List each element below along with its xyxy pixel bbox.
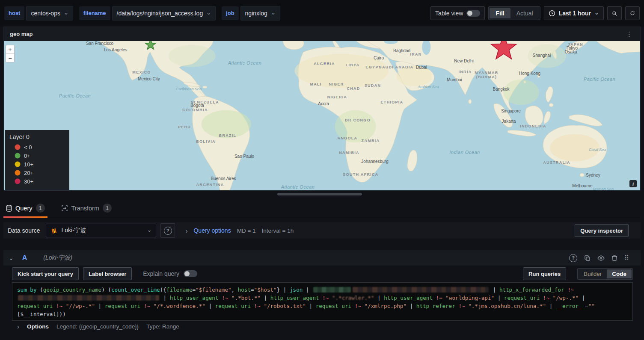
variable-filename-picker[interactable]: /data/logs/nginx/json_access.log ⌄ [112, 6, 216, 21]
options-label[interactable]: Options [27, 323, 49, 330]
table-view-toggle[interactable] [466, 10, 480, 17]
legend-item: 20+ [9, 169, 65, 177]
code-token: | [546, 303, 556, 309]
code-token: | [303, 287, 312, 293]
code-token: json [290, 287, 303, 293]
query-inspector-button[interactable]: Query inspector [575, 224, 629, 237]
datasource-name: Loki-宁波 [61, 227, 143, 234]
editor-mode-switch: Builder Code [577, 268, 633, 280]
chevron-right-icon[interactable]: › [17, 323, 19, 330]
land-iberia [283, 41, 304, 50]
world-map[interactable]: San FranciscoLos AngelesMexico CityMEXIC… [4, 41, 640, 190]
variable-filename-label: filename [79, 6, 110, 20]
builder-mode-option[interactable]: Builder [579, 269, 607, 278]
land-java [507, 130, 536, 136]
code-token [150, 303, 154, 309]
code-token: request_uri [504, 295, 540, 301]
tint-arabia [396, 66, 432, 86]
code-token: | [490, 287, 499, 293]
toggle-query-visibility-button[interactable] [597, 255, 605, 261]
variable-job-picker[interactable]: nginxlog ⌄ [240, 6, 280, 21]
chevron-down-icon: ⌄ [64, 10, 68, 15]
land-tasmania [580, 173, 584, 177]
code-token [329, 295, 332, 301]
map-attribution-button[interactable]: i [629, 180, 637, 187]
zoom-out-time-button[interactable] [607, 6, 622, 20]
redacted-blur [313, 287, 351, 293]
map-zoom-control: + − [6, 45, 15, 62]
variable-host: host centos-ops ⌄ [4, 6, 73, 21]
drag-handle-icon[interactable]: ⠿ [624, 254, 629, 262]
query-options-label: Query options [193, 227, 231, 234]
code-token: , [231, 287, 238, 293]
code-token: http_x_forwarded_for [499, 287, 564, 293]
legend-item: 10+ [9, 160, 65, 169]
variable-job: job nginxlog ⌄ [222, 6, 280, 21]
collapse-chevron-icon[interactable]: ⌄ [9, 254, 14, 261]
code-token: by [30, 287, 36, 293]
code-token: !~ [322, 295, 329, 301]
query-options[interactable]: › Query options MD = 1 Interval = 1h [185, 227, 294, 234]
variable-host-picker[interactable]: centos-ops ⌄ [26, 6, 73, 21]
legend-swatch [15, 161, 21, 167]
query-help-button[interactable]: ? [569, 254, 577, 262]
code-token [218, 295, 222, 301]
code-token: filename [166, 287, 193, 293]
code-token: host [238, 287, 251, 293]
time-range-picker[interactable]: Last 1 hour ⌄ [544, 6, 604, 20]
code-token: http_user_agent [170, 295, 219, 301]
map-zoom-in-button[interactable]: + [6, 45, 14, 53]
panel-menu-icon[interactable]: ⋮ [624, 30, 634, 38]
code-token: "/robots.txt" [264, 303, 306, 309]
code-token: | [95, 303, 105, 309]
code-token: != [436, 295, 442, 301]
fill-option[interactable]: Fill [490, 8, 510, 18]
code-token [251, 303, 254, 309]
panel-title[interactable]: geo map [10, 31, 33, 37]
code-token: ".*bot.*" [231, 295, 261, 301]
chevron-down-icon: ⌄ [594, 10, 599, 15]
code-token: !~ [458, 303, 465, 309]
query-toolbar-right: Run queries Builder Code [523, 267, 633, 280]
code-token: !~ [567, 287, 574, 293]
horizontal-scrollbar-thumb[interactable] [277, 193, 362, 195]
tint-indochina [503, 80, 539, 105]
query-toolbar: Kick start your query Label browser Expl… [12, 267, 633, 281]
tab-query[interactable]: Query 1 [3, 204, 47, 218]
redacted-blur [18, 295, 159, 301]
code-token: geoip_country_name [43, 287, 101, 293]
label-browser-button[interactable]: Label browser [83, 267, 132, 280]
actual-option[interactable]: Actual [510, 8, 539, 18]
code-token: "$filename" [196, 287, 231, 293]
legend-item-label: 20+ [24, 170, 33, 176]
logql-code-editor[interactable]: sum by (geoip_country_name) (count_over_… [12, 282, 633, 321]
legend-item: < 0 [9, 143, 65, 151]
map-zoom-out-button[interactable]: − [6, 53, 14, 62]
code-token: = [251, 287, 254, 293]
explain-query-toggle[interactable] [184, 270, 197, 277]
legend-item-label: < 0 [24, 144, 32, 151]
kick-start-query-button[interactable]: Kick start your query [12, 267, 79, 280]
delete-query-button[interactable] [611, 255, 617, 261]
land-cuba [184, 83, 201, 87]
land-mindanao [549, 103, 553, 107]
tint-congo [335, 110, 376, 143]
datasource-picker[interactable]: Loki-宁波 ⌄ [46, 224, 156, 237]
code-token: "" [588, 303, 595, 309]
tab-transform[interactable]: Transform 1 [59, 204, 115, 218]
code-token: __error__ [556, 303, 585, 309]
code-token: | [407, 303, 416, 309]
code-mode-option[interactable]: Code [607, 269, 632, 278]
run-queries-button[interactable]: Run queries [523, 267, 566, 280]
legend-item: 0+ [9, 151, 65, 160]
refresh-button[interactable] [625, 6, 640, 20]
duplicate-query-button[interactable] [584, 255, 591, 261]
query-options-row: › Options Legend: {{geoip_country_code}}… [17, 323, 179, 330]
datasource-help-button[interactable]: ? [160, 223, 175, 238]
redacted-blur [353, 287, 489, 293]
code-token [62, 303, 66, 309]
code-token: http_user_agent [270, 295, 319, 301]
toggle-knob [184, 271, 190, 276]
pane-size-switch: Fill Actual [488, 6, 540, 20]
land-japan [566, 41, 589, 54]
